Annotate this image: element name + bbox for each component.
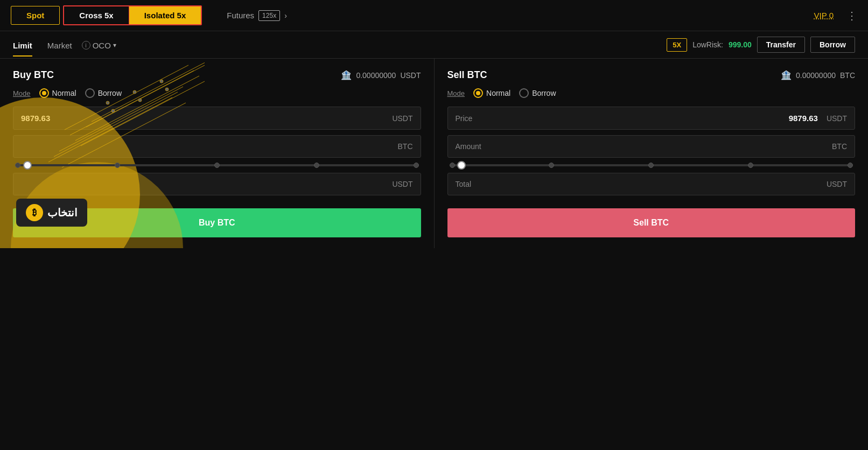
- sell-price-label: Price: [456, 114, 473, 123]
- risk-controls: 5X LowRisk: 999.00 Transfer Borrow: [654, 31, 868, 58]
- buy-radio-normal-circle: [39, 88, 49, 98]
- sell-slider-dots: [450, 163, 853, 168]
- sell-slider-dot-50: [648, 163, 654, 168]
- futures-leverage-badge: 125x: [258, 10, 280, 21]
- buy-panel-title: Buy BTC: [13, 69, 54, 81]
- order-type-tabs: Limit Market i OCO ▾: [0, 33, 654, 57]
- buy-slider-dot-50: [214, 163, 220, 168]
- buy-slider-row[interactable]: [13, 164, 421, 166]
- tab-group-margin: Cross 5x Isolated 5x: [63, 5, 202, 25]
- top-controls-row: Spot Cross 5x Isolated 5x Futures 125x ›…: [0, 0, 868, 31]
- sell-slider-dot-0: [450, 163, 455, 168]
- order-controls-bar: Limit Market i OCO ▾ 5X LowRisk: 999.00 …: [0, 31, 868, 59]
- futures-arrow-icon: ›: [284, 11, 287, 20]
- sell-radio-normal-label: Normal: [486, 89, 510, 97]
- sell-total-unit: USDT: [827, 180, 847, 188]
- sell-radio-borrow[interactable]: Borrow: [519, 88, 556, 98]
- sell-price-field[interactable]: Price 9879.63 USDT: [447, 107, 856, 130]
- buy-balance-value: 0.00000000: [356, 71, 396, 80]
- oco-info-icon: i: [82, 41, 90, 50]
- sell-radio-borrow-label: Borrow: [532, 89, 556, 97]
- watermark-icon: ₿: [26, 204, 43, 221]
- lowrisk-label: LowRisk:: [692, 40, 723, 49]
- buy-radio-borrow[interactable]: Borrow: [85, 88, 122, 98]
- buy-slider-dots: [15, 163, 419, 168]
- buy-slider-track: [15, 164, 419, 166]
- sell-slider-dot-100: [848, 163, 853, 168]
- more-options-button[interactable]: ⋮: [846, 9, 857, 22]
- sell-slider-dot-75: [748, 163, 753, 168]
- sell-slider-thumb[interactable]: [457, 161, 466, 170]
- buy-slider-dot-0: [15, 163, 20, 168]
- wallet-icon: 🏦: [341, 70, 352, 80]
- leverage-badge[interactable]: 5X: [667, 38, 687, 52]
- oco-chevron-icon: ▾: [113, 41, 116, 49]
- sell-radio-borrow-circle: [519, 88, 529, 98]
- buy-price-field[interactable]: 9879.63 USDT: [13, 107, 421, 130]
- buy-panel: Buy BTC 🏦 0.00000000 USDT Mode Normal Bo…: [0, 59, 434, 248]
- buy-balance-display: 🏦 0.00000000 USDT: [341, 70, 421, 80]
- tab-oco[interactable]: i OCO ▾: [82, 33, 126, 57]
- buy-amount-unit: BTC: [398, 142, 413, 151]
- right-top-tabs: VIP 0 ⋮: [803, 4, 868, 27]
- oco-label: OCO: [93, 41, 111, 50]
- buy-radio-borrow-circle: [85, 88, 95, 98]
- buy-mode-row: Mode Normal Borrow: [13, 88, 421, 98]
- sell-balance-unit: BTC: [840, 71, 855, 80]
- tab-isolated[interactable]: Isolated 5x: [129, 6, 201, 24]
- buy-slider-dot-25: [115, 163, 120, 168]
- futures-label: Futures: [227, 11, 254, 20]
- sell-slider-row[interactable]: [447, 164, 856, 166]
- buy-slider-dot-75: [314, 163, 319, 168]
- tab-market[interactable]: Market: [47, 33, 82, 57]
- sell-slider-track: [450, 164, 853, 166]
- buy-price-value: 9879.63: [21, 114, 50, 123]
- buy-mode-label[interactable]: Mode: [13, 89, 31, 97]
- sell-slider-dot-25: [549, 163, 554, 168]
- watermark: ₿ انتخاب: [16, 199, 87, 227]
- watermark-text: انتخاب: [47, 206, 78, 219]
- sell-amount-unit: BTC: [832, 142, 847, 151]
- borrow-button[interactable]: Borrow: [810, 37, 855, 53]
- sell-mode-row: Mode Normal Borrow: [447, 88, 856, 98]
- buy-radio-group: Normal Borrow: [39, 88, 122, 98]
- buy-panel-header: Buy BTC 🏦 0.00000000 USDT: [13, 69, 421, 81]
- sell-price-value: 9879.63: [789, 114, 818, 123]
- lowrisk-value: 999.00: [729, 40, 752, 49]
- sell-radio-group: Normal Borrow: [473, 88, 556, 98]
- sell-price-unit: USDT: [827, 114, 847, 123]
- sell-wallet-icon: 🏦: [781, 70, 792, 80]
- tab-spot[interactable]: Spot: [11, 6, 60, 25]
- buy-radio-normal-label: Normal: [52, 89, 76, 97]
- buy-balance-unit: USDT: [400, 71, 421, 80]
- buy-total-unit: USDT: [392, 180, 412, 188]
- sell-btc-button[interactable]: Sell BTC: [447, 208, 856, 237]
- transfer-button[interactable]: Transfer: [757, 37, 805, 53]
- tab-cross[interactable]: Cross 5x: [64, 6, 129, 24]
- sell-total-field[interactable]: Total USDT: [447, 173, 856, 195]
- left-tabs: Spot Cross 5x Isolated 5x Futures 125x ›: [0, 0, 412, 31]
- sell-panel-header: Sell BTC 🏦 0.00000000 BTC: [447, 69, 856, 81]
- buy-slider-thumb[interactable]: [23, 161, 32, 170]
- sell-radio-normal[interactable]: Normal: [473, 88, 510, 98]
- sell-radio-normal-circle: [473, 88, 483, 98]
- sell-total-label: Total: [456, 180, 472, 188]
- sell-panel-title: Sell BTC: [447, 69, 487, 81]
- svg-point-12: [106, 101, 109, 104]
- sell-amount-field[interactable]: Amount BTC: [447, 135, 856, 158]
- tab-limit[interactable]: Limit: [13, 33, 42, 57]
- sell-balance-value: 0.00000000: [796, 71, 836, 80]
- buy-total-field[interactable]: USDT: [13, 173, 421, 195]
- buy-radio-borrow-label: Borrow: [98, 89, 122, 97]
- sell-panel: Sell BTC 🏦 0.00000000 BTC Mode Normal Bo…: [434, 59, 869, 248]
- buy-price-unit: USDT: [392, 114, 412, 123]
- vip-button[interactable]: VIP 0: [814, 11, 834, 20]
- buy-slider-dot-100: [414, 163, 419, 168]
- sell-mode-label[interactable]: Mode: [447, 89, 465, 97]
- svg-point-16: [138, 99, 142, 102]
- trading-area: Buy BTC 🏦 0.00000000 USDT Mode Normal Bo…: [0, 59, 868, 248]
- buy-radio-normal[interactable]: Normal: [39, 88, 76, 98]
- sell-balance-display: 🏦 0.00000000 BTC: [781, 70, 855, 80]
- futures-section: Futures 125x ›: [227, 10, 287, 21]
- buy-amount-field[interactable]: BTC: [13, 135, 421, 158]
